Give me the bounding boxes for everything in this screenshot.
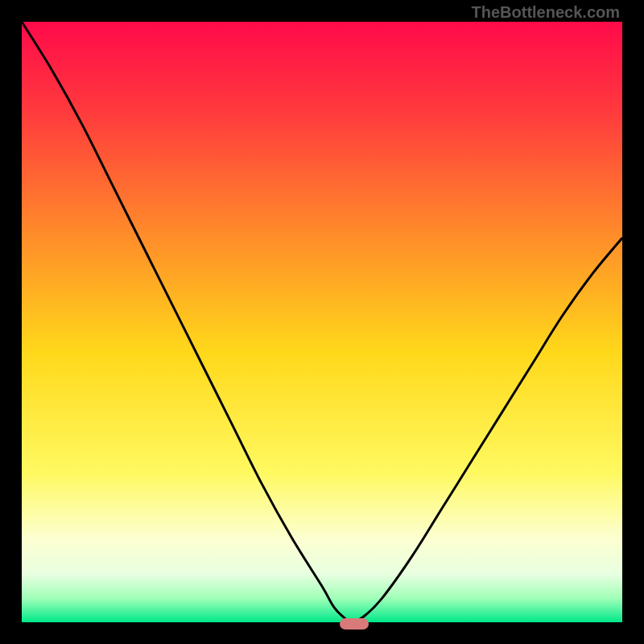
watermark-text: TheBottleneck.com [472, 3, 620, 22]
bottleneck-chart [20, 20, 624, 624]
bottleneck-marker [340, 618, 369, 630]
bottleneck-curve [22, 22, 622, 622]
